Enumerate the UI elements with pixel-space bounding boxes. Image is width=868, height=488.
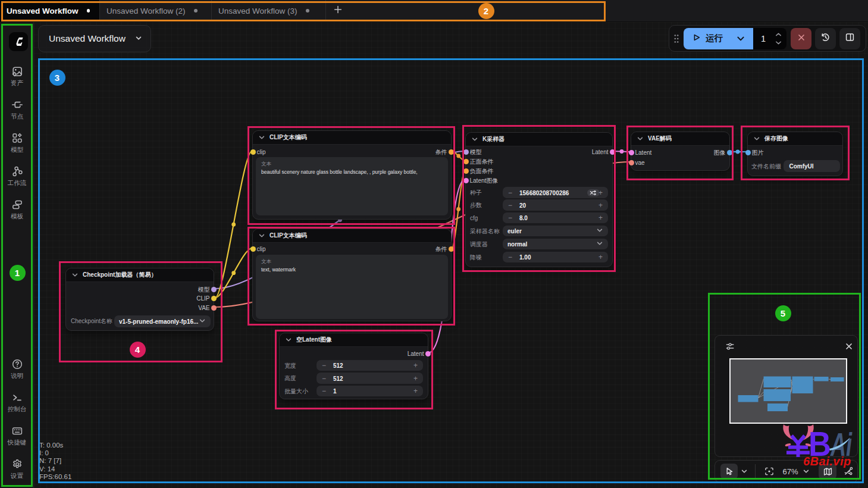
decrement-icon[interactable]: − <box>508 189 512 196</box>
widget-number-宽度[interactable]: −512+ <box>317 360 423 371</box>
widget-number-cfg[interactable]: −8.0+ <box>503 212 608 224</box>
increment-icon[interactable]: + <box>598 254 603 261</box>
widget-number-批量大小[interactable]: −1+ <box>317 386 423 397</box>
collapse-chevron-icon[interactable] <box>753 135 760 142</box>
node-header[interactable]: Checkpoint加载器（简易） <box>66 268 214 282</box>
node-empty-latent-image[interactable]: 空Latent图像Latent宽度−512+高度−512+批量大小−1+ <box>279 333 428 399</box>
minimap-toggle-button[interactable] <box>819 464 836 479</box>
output-slot-VAE[interactable] <box>211 305 217 311</box>
collapse-chevron-icon[interactable] <box>258 232 265 239</box>
collapse-chevron-icon[interactable] <box>471 136 478 143</box>
input-slot-vae[interactable] <box>629 160 634 165</box>
prompt-textarea[interactable]: 文本beautiful scenery nature glass bottle … <box>256 157 448 215</box>
node-ksampler[interactable]: K采样器模型正面条件负面条件Latent图像Latent种子−156680208… <box>465 132 613 267</box>
toggle-links-button[interactable] <box>840 464 857 479</box>
decrement-icon[interactable]: − <box>508 214 512 221</box>
sidebar-item-templates[interactable]: 模板 <box>0 196 34 223</box>
zoom-level[interactable]: 67% <box>782 467 798 476</box>
minimap-viewport[interactable] <box>729 358 847 424</box>
output-slot-CLIP[interactable] <box>211 296 217 301</box>
cancel-button[interactable] <box>791 28 811 49</box>
output-slot-模型[interactable] <box>211 287 217 292</box>
tool-options-chevron[interactable] <box>738 464 750 479</box>
sidebar-item-assets[interactable]: 资产 <box>0 63 34 89</box>
widget-number-降噪[interactable]: −1.00+ <box>503 252 608 263</box>
output-slot-图像[interactable] <box>727 150 732 155</box>
widget-text-文件名前缀[interactable]: ComfyUI <box>784 160 841 172</box>
sidebar-item-help[interactable]: 说明 <box>0 356 34 382</box>
node-vae-decode[interactable]: VAE解码Latentvae图像 <box>631 132 730 171</box>
increment-icon[interactable]: + <box>598 189 603 196</box>
input-slot-图片[interactable] <box>745 150 751 155</box>
input-slot-clip[interactable] <box>250 246 256 252</box>
node-header[interactable]: K采样器 <box>466 133 612 146</box>
minimap-settings-icon[interactable] <box>725 341 735 354</box>
collapse-chevron-icon[interactable] <box>71 271 79 279</box>
workflow-tab-2[interactable]: Unsaved Workflow (2) <box>100 0 212 21</box>
widget-value[interactable]: ComfyUI <box>789 163 814 170</box>
workflow-tab-1[interactable]: Unsaved Workflow <box>0 0 100 21</box>
input-slot-正面条件[interactable] <box>463 159 469 164</box>
widget-combo-Checkpoint名称[interactable]: v1-5-pruned-emaonly-fp16... <box>114 315 211 327</box>
increment-icon[interactable]: + <box>598 201 603 208</box>
decrement-icon[interactable]: − <box>322 362 326 369</box>
increment-icon[interactable]: + <box>413 374 418 381</box>
zoom-options-chevron[interactable] <box>800 464 811 479</box>
sidebar-item-models[interactable]: 模型 <box>0 130 34 156</box>
toggle-panel-button[interactable] <box>839 28 860 49</box>
widget-value[interactable]: 20 <box>519 202 526 208</box>
input-slot-模型[interactable] <box>463 149 469 155</box>
widget-number-高度[interactable]: −512+ <box>317 373 423 384</box>
collapse-chevron-icon[interactable] <box>258 134 265 141</box>
randomize-seed-button[interactable] <box>587 189 600 196</box>
fit-view-button[interactable] <box>760 464 778 479</box>
collapse-chevron-icon[interactable] <box>285 336 292 343</box>
new-workflow-tab-button[interactable] <box>326 0 350 21</box>
sidebar-item-console[interactable]: 控制台 <box>0 389 34 415</box>
sidebar-item-shortcuts[interactable]: 快捷键 <box>0 423 34 449</box>
comfyui-logo[interactable] <box>9 32 28 51</box>
run-options-chevron[interactable] <box>729 28 753 49</box>
collapse-chevron-icon[interactable] <box>637 135 644 142</box>
output-slot-Latent[interactable] <box>610 149 615 155</box>
decrement-icon[interactable]: − <box>508 201 512 208</box>
input-slot-负面条件[interactable] <box>463 168 469 174</box>
node-clip-text-encode-positive[interactable]: CLIP文本编码clip条件文本beautiful scenery nature… <box>252 130 452 220</box>
widget-value[interactable]: 156680208700286 <box>519 189 569 196</box>
node-header[interactable]: CLIP文本编码 <box>253 131 451 145</box>
cursor-tool-button[interactable] <box>720 464 738 479</box>
node-header[interactable]: 保存图像 <box>748 132 842 146</box>
decrement-icon[interactable]: − <box>322 374 326 381</box>
increment-icon[interactable]: + <box>598 214 603 221</box>
sidebar-item-workflows[interactable]: 工作流 <box>0 163 34 189</box>
input-slot-Latent图像[interactable] <box>463 178 469 183</box>
widget-value[interactable]: 512 <box>333 362 343 369</box>
widget-value[interactable]: 1.00 <box>519 254 531 261</box>
input-slot-Latent[interactable] <box>629 150 634 155</box>
node-header[interactable]: VAE解码 <box>631 132 729 146</box>
widget-value[interactable]: 1 <box>333 388 337 395</box>
batch-increment-button[interactable] <box>773 30 783 39</box>
node-checkpoint-loader[interactable]: Checkpoint加载器（简易）模型CLIPVAECheckpoint名称v1… <box>65 268 214 331</box>
node-save-image[interactable]: 保存图像图片文件名前缀ComfyUI <box>747 132 843 176</box>
decrement-icon[interactable]: − <box>322 387 326 395</box>
node-clip-text-encode-negative[interactable]: CLIP文本编码clip条件文本text, watermark <box>252 229 452 321</box>
widget-value[interactable]: 8.0 <box>519 215 528 221</box>
widget-number-步数[interactable]: −20+ <box>503 199 608 211</box>
node-header[interactable]: CLIP文本编码 <box>253 229 451 243</box>
batch-decrement-button[interactable] <box>773 39 783 47</box>
input-slot-clip[interactable] <box>250 149 256 155</box>
workflow-selector[interactable]: Unsaved Workflow <box>38 25 151 52</box>
batch-count-input[interactable]: 1 <box>753 28 786 49</box>
increment-icon[interactable]: + <box>413 387 418 395</box>
widget-combo-采样器名称[interactable]: euler <box>503 226 608 237</box>
sidebar-item-nodes[interactable]: 节点 <box>0 96 34 123</box>
node-header[interactable]: 空Latent图像 <box>280 333 428 347</box>
history-button[interactable] <box>815 28 836 49</box>
sidebar-item-settings[interactable]: 设置 <box>0 456 34 482</box>
widget-number-种子[interactable]: −156680208700286+ <box>503 187 608 198</box>
output-slot-Latent[interactable] <box>425 351 431 356</box>
workflow-tab-3[interactable]: Unsaved Workflow (3) <box>212 0 326 21</box>
output-slot-条件[interactable] <box>449 246 454 252</box>
prompt-textarea[interactable]: 文本text, watermark <box>256 255 448 319</box>
